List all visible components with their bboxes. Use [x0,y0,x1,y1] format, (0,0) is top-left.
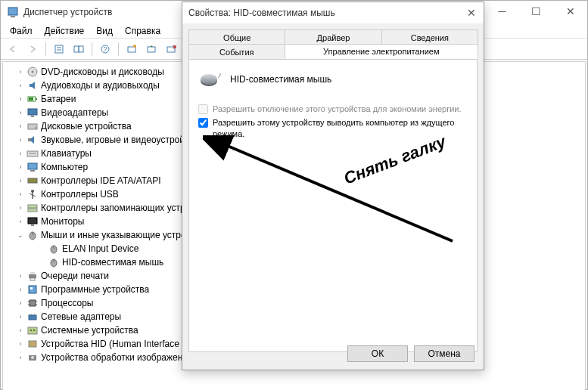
ok-button[interactable]: ОК [347,345,408,362]
expand-arrow-icon[interactable]: › [15,327,26,334]
menu-file[interactable]: Файл [5,24,37,38]
display-icon [26,107,39,119]
svg-rect-9 [128,47,135,52]
dialog-title: Свойства: HID-совместимая мышь [188,8,335,18]
tree-item-label: Контроллеры USB [39,189,119,200]
tree-item-label: Системные устройства [39,325,138,336]
svg-point-10 [133,45,136,48]
svg-rect-60 [28,327,37,334]
close-button[interactable]: ✕ [553,1,587,22]
svg-rect-27 [28,138,31,141]
svg-rect-5 [74,46,79,52]
expand-arrow-icon[interactable]: › [15,286,26,293]
printer-icon [26,270,39,282]
imaging-icon [26,351,39,364]
tb-separator [118,42,119,56]
properties-dialog: Свойства: HID-совместимая мышь ✕ Общие Д… [182,2,484,370]
svg-rect-31 [30,170,35,172]
svg-point-65 [31,356,34,359]
expand-arrow-icon[interactable]: › [15,150,26,157]
expand-arrow-icon[interactable]: › [15,109,26,116]
disc-icon [26,66,39,78]
checkbox-allow-poweroff: Разрешить отключение этого устройства дл… [198,102,468,116]
tb-update-button[interactable] [142,41,160,57]
expand-arrow-icon[interactable]: › [15,354,26,361]
tree-item-label: ELAN Input Device [61,243,138,254]
svg-rect-2 [55,45,63,53]
checkbox-allow-wake[interactable]: Разрешить этому устройству выводить комп… [198,116,468,141]
mouse-icon [47,243,61,255]
cancel-button[interactable]: Отмена [414,345,474,362]
svg-rect-24 [31,116,34,117]
tree-item-label: Мониторы [39,216,84,227]
svg-rect-37 [28,205,37,208]
expand-arrow-icon[interactable]: ⌄ [15,231,26,239]
tree-item-label: Клавиатуры [39,148,92,159]
computer-icon [26,161,39,173]
tree-item-label: Видеоадаптеры [39,107,108,118]
expand-arrow-icon[interactable]: › [15,82,26,89]
expand-arrow-icon[interactable]: › [15,95,26,103]
tab-details[interactable]: Сведения [381,29,478,45]
expand-arrow-icon[interactable]: › [15,204,26,212]
expand-arrow-icon[interactable]: › [15,299,26,307]
device-name-label: HID-совместимая мышь [230,74,331,85]
tb-scan-button[interactable] [123,41,141,57]
tree-item-label: DVD-дисководы и дисководы [39,67,164,77]
mouse-icon [26,229,39,241]
tree-item-label: Контроллеры IDE ATA/ATAPI [39,175,161,186]
svg-rect-47 [29,274,36,278]
tab-power[interactable]: Управление электропитанием [285,44,478,59]
tree-item-label: Компьютер [39,162,88,172]
svg-rect-49 [30,278,35,280]
svg-point-61 [30,330,32,331]
tb-separator [92,42,92,56]
maximize-button[interactable]: ☐ [519,1,553,22]
expand-arrow-icon[interactable]: › [15,122,26,130]
expand-arrow-icon[interactable]: › [15,163,26,171]
menu-action[interactable]: Действие [40,24,89,38]
svg-rect-0 [8,8,17,15]
svg-rect-63 [29,341,36,347]
expand-arrow-icon[interactable]: › [15,190,26,198]
tb-help-button[interactable]: ? [96,41,114,57]
mouse-icon [47,256,61,268]
tree-item-label: Сетевые адаптеры [39,311,121,322]
tab-general[interactable]: Общие [188,29,285,45]
dialog-close-button[interactable]: ✕ [459,2,484,23]
svg-rect-32 [28,178,37,183]
storage-icon [26,202,39,214]
tree-item-label: Устройства обработки изображений [39,352,193,363]
menu-help[interactable]: Справка [120,24,165,38]
tab-driver[interactable]: Драйвер [285,29,381,45]
expand-arrow-icon[interactable]: › [15,313,26,320]
minimize-button[interactable]: ─ [485,1,519,22]
expand-arrow-icon[interactable]: › [15,177,26,184]
window-controls: ─ ☐ ✕ [485,1,587,22]
checkbox-allow-wake-input[interactable] [198,118,208,128]
expand-arrow-icon[interactable]: › [15,340,26,348]
tb-show-button[interactable] [70,41,88,57]
tree-item-label: Очереди печати [39,271,109,281]
svg-rect-38 [28,209,37,212]
svg-rect-40 [31,224,34,226]
tree-item-label: Дисковые устройства [39,121,132,132]
svg-point-26 [35,127,36,128]
expand-arrow-icon[interactable]: › [15,68,26,76]
svg-rect-39 [28,218,37,224]
tb-props-button[interactable] [50,41,68,57]
tb-forward-button[interactable] [23,41,42,57]
expand-arrow-icon[interactable]: › [15,272,26,280]
expand-arrow-icon[interactable]: › [15,218,26,225]
tb-back-button[interactable] [4,41,22,57]
tab-events[interactable]: События [188,44,285,59]
keyboard-icon [26,147,39,159]
svg-point-67 [201,74,217,85]
menu-view[interactable]: Вид [92,24,117,38]
expand-arrow-icon[interactable]: › [15,136,26,144]
mouse-icon [198,70,222,88]
tb-uninstall-button[interactable] [162,41,180,57]
audio-icon [26,79,39,91]
svg-rect-52 [30,300,36,306]
checkbox-allow-wake-label: Разрешить этому устройству выводить комп… [213,117,468,139]
